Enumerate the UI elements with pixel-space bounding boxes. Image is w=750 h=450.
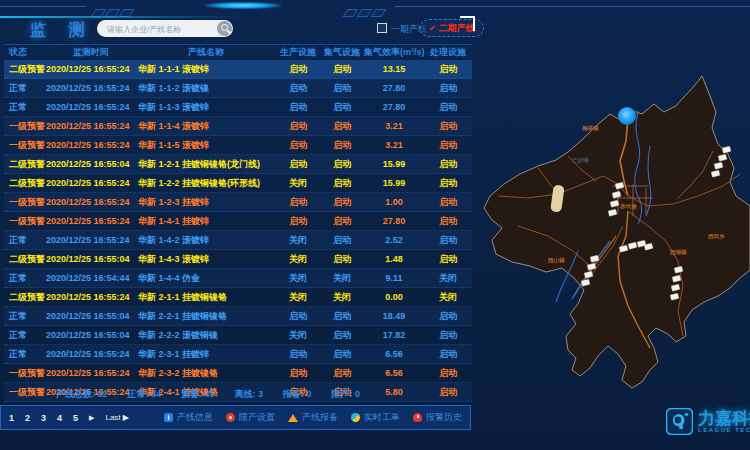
- check-icon: ✔: [429, 24, 436, 33]
- table-row[interactable]: 正常 2020/12/25 16:55:24 华新 1-1-3 滚镀锌 启动 启…: [4, 98, 472, 117]
- brand-logo: 力嘉科技 LEAGUE TECH: [666, 408, 750, 435]
- legend-label: 产线报备: [302, 411, 338, 424]
- gas-collection-cell: 启动: [320, 82, 364, 95]
- summary-item: 正常: 34: [128, 388, 162, 401]
- legend-item[interactable]: 产线报备: [288, 411, 338, 424]
- last-page-button[interactable]: Last ▶: [105, 413, 129, 422]
- table-row[interactable]: 正常 2020/12/25 16:55:24 华新 2-3-1 挂镀锌 启动 启…: [4, 345, 472, 364]
- search-icon[interactable]: [217, 21, 232, 36]
- time-cell: 2020/12/25 16:55:04: [46, 159, 136, 169]
- next-page-button[interactable]: ▶: [89, 414, 94, 422]
- map-alert-marker[interactable]: [618, 107, 636, 125]
- line-name-cell: 华新 1-1-4 滚镀锌: [136, 120, 276, 133]
- line-name-cell: 华新 2-3-2 挂镀镍铬: [136, 367, 276, 380]
- gas-efficiency-cell: 6.56: [364, 368, 424, 378]
- table-row[interactable]: 正常 2020/12/25 16:55:24 华新 1-4-2 滚镀锌 关闭 启…: [4, 231, 472, 250]
- time-cell: 2020/12/25 16:55:24: [46, 292, 136, 302]
- table-row[interactable]: 正常 2020/12/25 16:55:04 华新 2-2-1 挂镀铜镍铬 启动…: [4, 307, 472, 326]
- production-facility-cell: 关闭: [276, 329, 320, 342]
- status-cell: 二级预警: [4, 291, 46, 304]
- line-name-cell: 华新 2-2-1 挂镀铜镍铬: [136, 310, 276, 323]
- table-row[interactable]: 一级预警 2020/12/25 16:55:24 华新 1-1-5 滚镀锌 启动…: [4, 136, 472, 155]
- table-row[interactable]: 正常 2020/12/25 16:55:24 华新 1-1-2 滚镀镍 启动 启…: [4, 79, 472, 98]
- enterprise-marker[interactable]: [722, 146, 731, 153]
- production-facility-cell: 启动: [276, 82, 320, 95]
- status-cell: 正常: [4, 348, 46, 361]
- bottom-bar: 12345 ▶ Last ▶ 产线信息 限产设置 产线报备 实时工单 报警历史: [0, 405, 471, 430]
- gas-efficiency-cell: 13.15: [364, 64, 424, 74]
- line-name-cell: 华新 2-1-1 挂镀铜镍铬: [136, 291, 276, 304]
- legend-item[interactable]: 产线信息: [164, 411, 213, 424]
- gas-efficiency-cell: 27.80: [364, 102, 424, 112]
- page-number[interactable]: 4: [57, 413, 62, 423]
- gas-efficiency-cell: 1.00: [364, 197, 424, 207]
- table-row[interactable]: 二级预警 2020/12/25 16:55:24 华新 2-1-1 挂镀铜镍铬 …: [4, 288, 472, 307]
- table-row[interactable]: 一级预警 2020/12/25 16:55:24 华新 2-3-2 挂镀镍铬 启…: [4, 364, 472, 383]
- alarm-icon: [413, 413, 422, 422]
- production-facility-cell: 关闭: [276, 291, 320, 304]
- legend-item[interactable]: 报警历史: [413, 411, 462, 424]
- page-number[interactable]: 1: [9, 413, 14, 423]
- search-input[interactable]: [105, 21, 219, 37]
- line-name-cell: 华新 1-4-2 滚镀锌: [136, 234, 276, 247]
- gas-efficiency-cell: 3.21: [364, 140, 424, 150]
- status-cell: 一级预警: [4, 120, 46, 133]
- production-facility-cell: 启动: [276, 215, 320, 228]
- gas-collection-cell: 启动: [320, 367, 364, 380]
- line-name-cell: 华新 1-2-1 挂镀铜镍铬(龙门线): [136, 158, 276, 171]
- table-row[interactable]: 正常 2020/12/25 16:55:04 华新 2-2-2 滚镀铜镍 关闭 …: [4, 326, 472, 345]
- status-cell: 一级预警: [4, 139, 46, 152]
- treatment-facility-cell: 启动: [424, 367, 472, 380]
- page-number[interactable]: 5: [73, 413, 78, 423]
- time-cell: 2020/12/25 16:55:24: [46, 197, 136, 207]
- production-facility-cell: 启动: [276, 101, 320, 114]
- status-cell: 正常: [4, 234, 46, 247]
- summary-item: 报备: 0: [283, 388, 312, 401]
- deco-line-right: [395, 6, 750, 7]
- map-place-label: 三沙湖: [572, 157, 589, 164]
- toolbar: 监 测 一期产线 ✔二期产线: [0, 16, 750, 42]
- legend-label: 报警历史: [426, 411, 462, 424]
- summary-item: 预警: 45: [181, 388, 215, 401]
- brand-subtitle: LEAGUE TECH: [698, 427, 750, 434]
- table-row[interactable]: 一级预警 2020/12/25 16:55:24 华新 1-4-1 挂镀锌 启动…: [4, 212, 472, 231]
- brand-name: 力嘉科技: [698, 410, 750, 427]
- gas-efficiency-cell: 18.49: [364, 311, 424, 321]
- column-header: 处理设施: [424, 46, 472, 59]
- legend-label: 产线信息: [177, 411, 213, 424]
- gas-collection-cell: 关闭: [320, 291, 364, 304]
- status-cell: 正常: [4, 82, 46, 95]
- line-name-cell: 华新 1-1-2 滚镀镍: [136, 82, 276, 95]
- page-number[interactable]: 2: [25, 413, 30, 423]
- gas-collection-cell: 关闭: [320, 272, 364, 285]
- gas-efficiency-cell: 1.48: [364, 254, 424, 264]
- line-name-cell: 华新 2-2-2 滚镀铜镍: [136, 329, 276, 342]
- column-header: 集气设施: [320, 46, 364, 59]
- treatment-facility-cell: 关闭: [424, 272, 472, 285]
- time-cell: 2020/12/25 16:55:24: [46, 349, 136, 359]
- legend-label: 限产设置: [239, 411, 275, 424]
- gas-efficiency-cell: 3.21: [364, 121, 424, 131]
- table-row[interactable]: 正常 2020/12/25 16:54:44 华新 1-4-4 仿金 关闭 关闭…: [4, 269, 472, 288]
- legend-item[interactable]: 实时工单: [351, 411, 400, 424]
- legend: 产线信息 限产设置 产线报备 实时工单 报警历史: [164, 411, 462, 424]
- legend-item[interactable]: 限产设置: [226, 411, 275, 424]
- gas-collection-cell: 启动: [320, 139, 364, 152]
- page-number[interactable]: 3: [41, 413, 46, 423]
- district-map[interactable]: 梅林镇三沙湖赤坎洲园山镇西湖镇西田乡: [478, 56, 750, 398]
- table-row[interactable]: 二级预警 2020/12/25 16:55:24 华新 1-1-1 滚镀锌 启动…: [4, 60, 472, 79]
- report-icon: [288, 414, 298, 422]
- treatment-facility-cell: 启动: [424, 177, 472, 190]
- time-cell: 2020/12/25 16:55:04: [46, 311, 136, 321]
- summary-item: 产线总数: 82: [56, 388, 108, 401]
- table-row[interactable]: 二级预警 2020/12/25 16:55:04 华新 1-2-1 挂镀铜镍铬(…: [4, 155, 472, 174]
- table-row[interactable]: 二级预警 2020/12/25 16:55:24 华新 1-2-2 挂镀铜镍铬(…: [4, 174, 472, 193]
- column-header: 生产设施: [276, 46, 320, 59]
- line-name-cell: 华新 1-1-5 滚镀锌: [136, 139, 276, 152]
- table-row[interactable]: 一级预警 2020/12/25 16:55:24 华新 1-1-4 滚镀锌 启动…: [4, 117, 472, 136]
- gas-collection-cell: 启动: [320, 329, 364, 342]
- table-row[interactable]: 二级预警 2020/12/25 16:55:04 华新 1-4-3 滚镀锌 关闭…: [4, 250, 472, 269]
- page-title: 监 测: [30, 20, 93, 41]
- treatment-facility-cell: 启动: [424, 348, 472, 361]
- table-row[interactable]: 一级预警 2020/12/25 16:55:24 华新 1-2-3 挂镀锌 启动…: [4, 193, 472, 212]
